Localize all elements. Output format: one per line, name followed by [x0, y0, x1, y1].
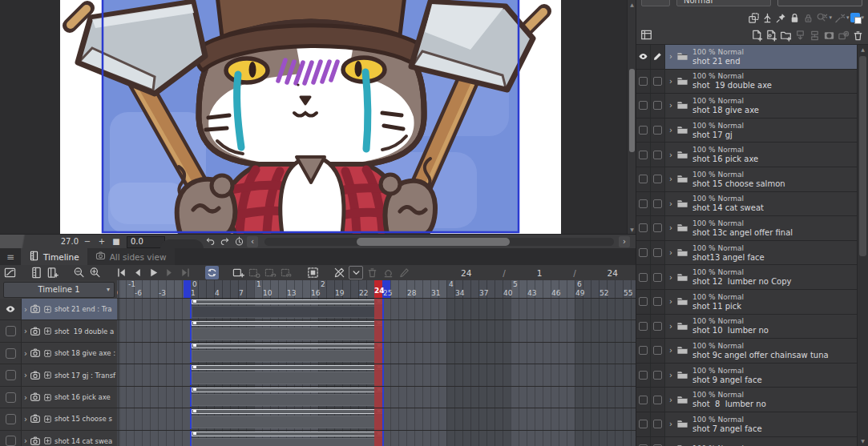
go-start-icon[interactable]	[115, 266, 128, 279]
undo-icon[interactable]	[205, 236, 216, 247]
track-visibility-checkbox[interactable]	[0, 408, 22, 429]
lock-alpha-icon[interactable]	[802, 12, 814, 24]
expand-folder-icon[interactable]: ›	[669, 223, 672, 232]
layer-visibility-checkbox[interactable]	[636, 192, 651, 216]
layer-edit-checkbox[interactable]	[651, 167, 665, 191]
panel-menu-icon[interactable]: ≡	[0, 248, 21, 265]
layer-edit-checkbox[interactable]	[651, 412, 665, 436]
track-clip[interactable]	[190, 431, 382, 446]
layers-scroll-thumb[interactable]	[859, 56, 866, 256]
new-folder-icon[interactable]	[780, 30, 792, 42]
layer-visibility-checkbox[interactable]	[636, 167, 651, 191]
canvas-paper[interactable]	[60, 0, 561, 234]
add-keyframe-icon[interactable]	[43, 436, 52, 445]
layer-row[interactable]: ›100 % Normalshot 19 double axe	[636, 70, 857, 94]
expand-track-icon[interactable]: ›	[24, 371, 27, 380]
apply-mask-icon[interactable]	[838, 30, 850, 42]
edit-pen-icon[interactable]	[398, 266, 411, 279]
zoom-in-button[interactable]: +	[96, 235, 107, 249]
layer-visibility-checkbox[interactable]	[636, 437, 651, 446]
transfer-down-icon[interactable]	[794, 30, 806, 42]
track-clip[interactable]	[190, 408, 382, 428]
layer-visibility-checkbox[interactable]	[636, 339, 651, 363]
new-vector-layer-icon[interactable]	[765, 30, 777, 42]
scroll-down-icon[interactable]: ▼	[858, 436, 868, 446]
track-visibility-checkbox[interactable]	[0, 431, 22, 446]
expand-folder-icon[interactable]: ›	[669, 420, 672, 428]
zoom-in-icon[interactable]	[88, 266, 102, 279]
redo-icon[interactable]	[220, 236, 230, 247]
expand-folder-icon[interactable]: ›	[669, 77, 672, 86]
frame-ruler[interactable]: -1012456-9-6-314710131619222528313437404…	[117, 280, 636, 299]
new-cel-icon[interactable]	[232, 266, 245, 279]
pen-dropdown-icon[interactable]	[349, 266, 363, 279]
track-clip[interactable]	[190, 343, 382, 363]
layer-visibility-checkbox[interactable]	[636, 265, 651, 289]
timeline-track[interactable]: ›shot 21 end : Tra	[0, 299, 636, 320]
track-clip[interactable]	[190, 387, 382, 407]
layer-name[interactable]: shot 7 angel face	[692, 424, 762, 433]
pen-enable-icon[interactable]	[333, 266, 346, 279]
draft-layer-icon[interactable]: ▾	[834, 12, 850, 24]
hscroll-thumb[interactable]	[357, 238, 510, 246]
scroll-up-icon[interactable]: ▲	[858, 45, 868, 54]
track-clip[interactable]	[190, 364, 382, 384]
layer-row[interactable]: ›100 % Normalshot 8 lumber no	[636, 388, 857, 412]
layer-row[interactable]: ›100 % Normalshot 7 angel face	[636, 412, 857, 437]
zoom-reset-button[interactable]: ■	[111, 235, 122, 249]
track-visibility-checkbox[interactable]	[0, 387, 22, 408]
layer-name[interactable]: shot 16 pick axe	[692, 155, 758, 163]
layer-edit-checkbox[interactable]	[651, 143, 665, 167]
layer-edit-pencil-icon[interactable]	[651, 45, 665, 69]
expand-folder-icon[interactable]: ›	[669, 346, 672, 355]
layer-row[interactable]: ›100 % Normalshot 16 pick axe	[636, 143, 857, 167]
expand-folder-icon[interactable]: ›	[669, 52, 672, 61]
zoom-out-button[interactable]: −	[82, 235, 93, 249]
timeline-track[interactable]: ›shot 17 gj : Transf	[0, 364, 636, 386]
layer-edit-checkbox[interactable]	[651, 94, 665, 118]
layer-edit-checkbox[interactable]	[651, 241, 665, 265]
timeline-selector[interactable]: Timeline 1 ▾	[3, 282, 115, 298]
layer-visible-eye-icon[interactable]	[636, 45, 651, 69]
layer-edit-checkbox[interactable]	[651, 339, 665, 363]
layer-visibility-checkbox[interactable]	[636, 388, 651, 412]
pin-icon[interactable]	[775, 12, 787, 24]
track-label[interactable]: shot 17 gj : Transf	[55, 372, 117, 380]
layer-row[interactable]: ›100 % Normalshot 10 lumber no	[636, 315, 857, 340]
track-visibility-checkbox[interactable]	[0, 364, 22, 385]
rotation-value[interactable]: 0.0	[127, 236, 165, 248]
layer-color-icon[interactable]: ▾	[850, 13, 864, 22]
layer-row[interactable]: ›100 % Normalshot 13c angel offer final	[636, 216, 857, 241]
delete-layer-icon[interactable]	[852, 30, 864, 42]
scroll-left-icon[interactable]: ‹	[247, 236, 258, 247]
scroll-right-icon[interactable]: ›	[619, 236, 630, 247]
clip-at-layer-icon[interactable]	[748, 12, 760, 24]
expand-folder-icon[interactable]: ›	[669, 175, 672, 183]
track-label[interactable]: shot 15 choose s	[55, 415, 117, 423]
layer-row[interactable]: ›100 % Normalshot 12 lumber no Copy	[636, 265, 857, 290]
add-keyframe-icon[interactable]	[43, 371, 52, 380]
expand-folder-icon[interactable]: ›	[669, 101, 672, 110]
layer-name[interactable]: shot 12 lumber no Copy	[692, 277, 792, 286]
add-keyframe-icon[interactable]	[43, 327, 52, 336]
expand-track-icon[interactable]: ›	[24, 305, 27, 314]
expand-track-icon[interactable]: ›	[24, 436, 27, 445]
timeline-track[interactable]: ›shot 19 double a	[0, 320, 636, 342]
layer-row[interactable]: ›100 % Normal	[636, 437, 857, 446]
track-label[interactable]: shot 14 cat swea	[55, 437, 117, 445]
timeline-track[interactable]: ›shot 16 pick axe	[0, 387, 636, 408]
expand-folder-icon[interactable]: ›	[669, 151, 672, 159]
layer-name[interactable]: shot 9 angel face	[692, 376, 762, 384]
layer-name[interactable]: shot 10 lumber no	[692, 326, 769, 335]
tab-all-sides-view[interactable]: All sides view	[87, 248, 175, 265]
expand-folder-icon[interactable]: ›	[669, 126, 672, 135]
layer-edit-checkbox[interactable]	[651, 388, 665, 412]
track-clip[interactable]	[190, 299, 382, 319]
timeline-track[interactable]: ›shot 18 give axe :	[0, 343, 636, 364]
prev-frame-icon[interactable]	[131, 266, 144, 279]
layer-edit-checkbox[interactable]	[651, 70, 665, 94]
canvas-viewport[interactable]: ▲ ▼ 27.0 − + ■ 0.0 ‹ ›	[0, 0, 636, 248]
layer-search-stub[interactable]	[777, 0, 862, 6]
layer-edit-checkbox[interactable]	[651, 364, 665, 388]
layer-name[interactable]: shot 11 pick	[692, 302, 744, 311]
